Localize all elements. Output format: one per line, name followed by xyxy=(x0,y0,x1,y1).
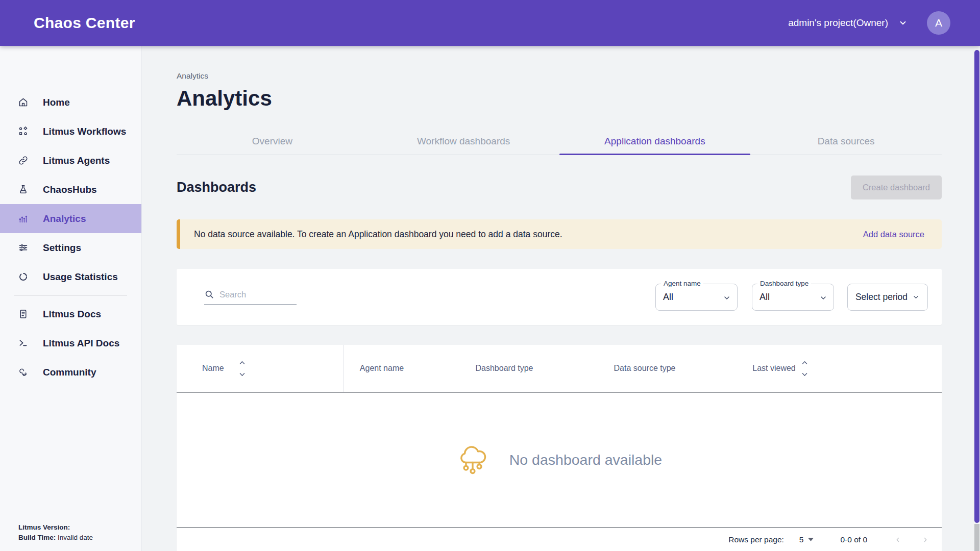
bar-chart-icon xyxy=(18,213,29,224)
sidebar-divider xyxy=(14,295,127,295)
rows-per-page-select[interactable]: 5 xyxy=(799,535,814,544)
sidebar-item-litmus-workflows[interactable]: Litmus Workflows xyxy=(0,117,141,146)
sidebar-item-label: Home xyxy=(43,97,70,108)
tab-workflow-dashboards[interactable]: Workflow dashboards xyxy=(368,128,559,155)
chevron-down-icon xyxy=(819,294,827,302)
empty-state-message: No dashboard available xyxy=(509,452,662,468)
vertical-scrollbar xyxy=(974,46,980,551)
agent-name-select-value: All xyxy=(663,292,673,303)
column-label: Name xyxy=(202,364,224,373)
cloud-network-icon xyxy=(456,445,489,475)
tab-application-dashboards[interactable]: Application dashboards xyxy=(559,128,751,155)
column-header-data-source-type: Data source type xyxy=(589,364,701,373)
previous-page-button[interactable] xyxy=(893,535,903,545)
document-icon xyxy=(18,309,29,319)
rows-per-page-label: Rows per page: xyxy=(728,535,784,544)
chevron-down-icon xyxy=(723,294,731,302)
create-dashboard-button[interactable]: Create dashboard xyxy=(851,176,942,199)
chevron-left-icon xyxy=(894,536,901,543)
dashboard-type-select-value: All xyxy=(760,292,770,303)
terminal-icon xyxy=(18,338,29,348)
select-period-label: Select period xyxy=(855,292,908,303)
sort-arrows[interactable] xyxy=(239,361,245,377)
sort-arrows[interactable] xyxy=(802,361,807,377)
project-selector[interactable]: admin's project(Owner) xyxy=(788,17,908,29)
dashboards-section-title: Dashboards xyxy=(177,180,256,195)
search-input[interactable] xyxy=(219,290,297,299)
sidebar-item-label: Litmus Docs xyxy=(43,309,101,320)
sidebar-item-label: Settings xyxy=(43,242,81,254)
no-data-source-banner: No data source available. To create an A… xyxy=(177,219,942,249)
sort-ascending-icon xyxy=(802,361,807,365)
litmus-version-label: Litmus Version: xyxy=(18,523,70,531)
avatar[interactable]: A xyxy=(927,11,950,35)
chevron-right-icon xyxy=(922,536,929,543)
sidebar-version-info: Litmus Version: Build Time: Invalid date xyxy=(18,522,93,543)
app-header: Chaos Center admin's project(Owner) A xyxy=(0,0,980,46)
sort-descending-icon xyxy=(239,372,245,377)
build-time-value: Invalid date xyxy=(58,534,93,541)
column-header-name[interactable]: Name xyxy=(177,345,344,392)
usage-circle-icon xyxy=(18,271,29,282)
page-title: Analytics xyxy=(177,86,942,111)
sidebar-item-home[interactable]: Home xyxy=(0,88,141,117)
flask-icon xyxy=(18,184,29,195)
agent-name-select[interactable]: Agent name All xyxy=(655,284,738,311)
link-icon xyxy=(18,155,29,166)
chevron-down-icon xyxy=(898,18,908,28)
sidebar-item-usage-statistics[interactable]: Usage Statistics xyxy=(0,262,141,291)
filter-toolbar: Agent name All Dashboard type All Select… xyxy=(177,269,942,325)
dashboards-table: Name Agent name Dashboard type Data sour… xyxy=(177,345,942,551)
dashboard-type-select[interactable]: Dashboard type All xyxy=(752,284,834,311)
sidebar-item-label: Usage Statistics xyxy=(43,271,118,283)
sidebar: Home Litmus Workflows Litmus Agents Chao… xyxy=(0,46,142,551)
sidebar-item-litmus-docs[interactable]: Litmus Docs xyxy=(0,299,141,329)
table-header-row: Name Agent name Dashboard type Data sour… xyxy=(177,345,942,393)
dropdown-arrow-icon xyxy=(808,538,814,541)
scrollbar-thumb[interactable] xyxy=(974,50,979,523)
sidebar-item-label: Litmus Workflows xyxy=(43,126,126,137)
table-pagination: Rows per page: 5 0-0 of 0 xyxy=(177,527,942,551)
banner-message: No data source available. To create an A… xyxy=(194,229,562,240)
tab-bar: Overview Workflow dashboards Application… xyxy=(177,128,942,155)
search-icon xyxy=(204,289,214,299)
sidebar-item-label: Analytics xyxy=(43,213,86,224)
next-page-button[interactable] xyxy=(920,535,930,545)
add-data-source-link[interactable]: Add data source xyxy=(863,230,924,239)
scrollbar-track xyxy=(974,524,979,551)
tab-data-sources[interactable]: Data sources xyxy=(750,128,942,155)
rows-per-page-value: 5 xyxy=(799,535,804,544)
main-content: Analytics Analytics Overview Workflow da… xyxy=(142,46,980,551)
sidebar-item-label: Litmus Agents xyxy=(43,155,110,166)
sidebar-item-litmus-api-docs[interactable]: Litmus API Docs xyxy=(0,329,141,358)
chevron-down-icon xyxy=(912,293,920,301)
sidebar-item-label: Community xyxy=(43,367,96,378)
sliders-icon xyxy=(18,242,29,253)
avatar-initial: A xyxy=(935,17,942,29)
home-icon xyxy=(18,97,29,108)
column-label: Last viewed xyxy=(752,364,796,373)
sidebar-item-chaoshubs[interactable]: ChaosHubs xyxy=(0,175,141,204)
tab-overview[interactable]: Overview xyxy=(177,128,368,155)
sidebar-item-analytics[interactable]: Analytics xyxy=(0,204,141,233)
workflows-icon xyxy=(18,126,29,137)
app-title: Chaos Center xyxy=(34,14,135,32)
column-header-agent-name: Agent name xyxy=(344,364,420,373)
sidebar-item-litmus-agents[interactable]: Litmus Agents xyxy=(0,146,141,175)
column-header-dashboard-type: Dashboard type xyxy=(420,364,589,373)
breadcrumb[interactable]: Analytics xyxy=(177,71,942,82)
sidebar-item-settings[interactable]: Settings xyxy=(0,233,141,262)
sidebar-item-community[interactable]: Community xyxy=(0,358,141,387)
column-header-last-viewed[interactable]: Last viewed xyxy=(701,361,859,377)
select-period-button[interactable]: Select period xyxy=(847,284,928,311)
agent-name-select-label: Agent name xyxy=(661,280,703,287)
search-field[interactable] xyxy=(204,289,297,305)
empty-state: No dashboard available xyxy=(177,393,942,527)
sort-descending-icon xyxy=(802,372,807,377)
dashboard-type-select-label: Dashboard type xyxy=(757,280,811,287)
sort-ascending-icon xyxy=(239,361,245,365)
build-time-label: Build Time: xyxy=(18,534,56,541)
chat-bubbles-icon xyxy=(18,367,29,378)
sidebar-item-label: Litmus API Docs xyxy=(43,338,119,349)
sidebar-item-label: ChaosHubs xyxy=(43,184,97,195)
